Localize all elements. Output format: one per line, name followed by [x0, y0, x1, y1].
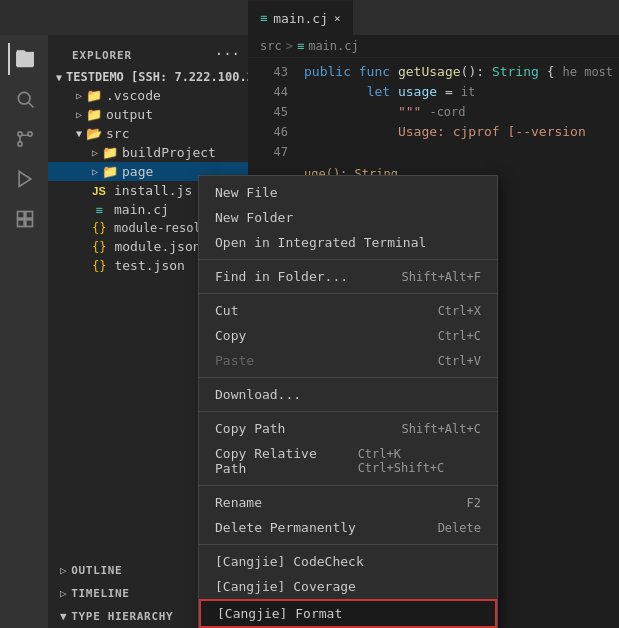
- menu-label-open-terminal: Open in Integrated Terminal: [215, 235, 426, 250]
- svg-point-5: [18, 132, 22, 136]
- menu-label-new-file: New File: [215, 185, 278, 200]
- folder-icon-page: 📁: [102, 164, 118, 179]
- outline-label: OUTLINE: [71, 564, 122, 577]
- tab-label: main.cj: [273, 11, 328, 26]
- menu-item-cangjie-format[interactable]: [Cangjie] Format: [199, 599, 497, 628]
- code-line-45: 45 """ -cord: [248, 102, 619, 122]
- menu-item-cut[interactable]: Cut Ctrl+X: [199, 298, 497, 323]
- menu-item-paste: Paste Ctrl+V: [199, 348, 497, 373]
- menu-item-rename[interactable]: Rename F2: [199, 490, 497, 515]
- js-file-icon: JS: [92, 185, 106, 197]
- menu-item-copy-path[interactable]: Copy Path Shift+Alt+C: [199, 416, 497, 441]
- activity-extensions-icon[interactable]: [8, 203, 40, 235]
- menu-item-download[interactable]: Download...: [199, 382, 497, 407]
- menu-item-find-folder[interactable]: Find in Folder... Shift+Alt+F: [199, 264, 497, 289]
- json-file-icon-3: {}: [92, 259, 106, 273]
- menu-item-copy[interactable]: Copy Ctrl+C: [199, 323, 497, 348]
- tree-item-vscode[interactable]: ▷ 📁 .vscode: [48, 86, 248, 105]
- svg-point-4: [28, 132, 32, 136]
- svg-rect-8: [26, 212, 33, 219]
- tree-label-page: page: [122, 164, 153, 179]
- context-menu: New File New Folder Open in Integrated T…: [198, 175, 498, 628]
- tree-label-output: output: [106, 107, 153, 122]
- svg-marker-6: [19, 172, 31, 187]
- menu-label-rename: Rename: [215, 495, 262, 510]
- breadcrumb-src: src: [260, 39, 282, 53]
- cj-file-icon: ≡: [92, 203, 106, 217]
- code-line-46: 46 Usage: cjprof [--version: [248, 122, 619, 142]
- svg-point-3: [18, 142, 22, 146]
- menu-separator-2: [199, 293, 497, 294]
- svg-point-1: [18, 92, 30, 104]
- breadcrumb: src > ≡ main.cj: [248, 35, 619, 58]
- menu-separator-5: [199, 485, 497, 486]
- chevron-down-icon-src: ▼: [76, 128, 82, 139]
- menu-separator-1: [199, 259, 497, 260]
- svg-line-2: [29, 103, 34, 108]
- menu-item-cangjie-coverage[interactable]: [Cangjie] Coverage: [199, 574, 497, 599]
- tree-item-buildproject[interactable]: ▷ 📁 buildProject: [48, 143, 248, 162]
- tree-label-vscode: .vscode: [106, 88, 161, 103]
- svg-rect-9: [18, 220, 25, 227]
- menu-item-new-file[interactable]: New File: [199, 180, 497, 205]
- menu-separator-6: [199, 544, 497, 545]
- breadcrumb-file-icon: ≡: [297, 39, 304, 53]
- menu-item-open-terminal[interactable]: Open in Integrated Terminal: [199, 230, 497, 255]
- folder-icon-src: 📂: [86, 126, 102, 141]
- menu-label-cut: Cut: [215, 303, 238, 318]
- folder-icon: 📁: [86, 88, 102, 103]
- activity-scm-icon[interactable]: [8, 123, 40, 155]
- menu-label-cangjie-coverage: [Cangjie] Coverage: [215, 579, 356, 594]
- menu-item-cangjie-codecheck[interactable]: [Cangjie] CodeCheck: [199, 549, 497, 574]
- menu-item-copy-relative-path[interactable]: Copy Relative Path Ctrl+K Ctrl+Shift+C: [199, 441, 497, 481]
- menu-item-delete[interactable]: Delete Permanently Delete: [199, 515, 497, 540]
- breadcrumb-file: main.cj: [308, 39, 359, 53]
- chevron-right-timeline: ▷: [60, 587, 67, 600]
- tree-label-maincj: main.cj: [114, 202, 169, 217]
- menu-label-cangjie-codecheck: [Cangjie] CodeCheck: [215, 554, 364, 569]
- json-file-icon-2: {}: [92, 240, 106, 254]
- tree-label-modulejson: module.json: [114, 239, 200, 254]
- menu-label-cangjie-format: [Cangjie] Format: [217, 606, 342, 621]
- folder-icon-2: 📁: [86, 107, 102, 122]
- chevron-right-icon: ▷: [76, 90, 82, 101]
- activity-files-icon[interactable]: [8, 43, 40, 75]
- sidebar-more-icon[interactable]: ···: [215, 46, 240, 62]
- tab-close-icon[interactable]: ×: [334, 12, 341, 25]
- tree-label-testjson: test.json: [114, 258, 184, 273]
- tree-label-installjs: install.js: [114, 183, 192, 198]
- svg-rect-10: [26, 220, 33, 227]
- breadcrumb-sep: >: [286, 39, 293, 53]
- json-file-icon: {}: [92, 221, 106, 235]
- tree-item-testdemo[interactable]: ▼ TESTDEMO [SSH: 7.222.100.252]: [48, 68, 248, 86]
- tree-item-src[interactable]: ▼ 📂 src: [48, 124, 248, 143]
- svg-rect-7: [18, 212, 25, 219]
- tab-bar: ≡ main.cj ×: [0, 0, 619, 35]
- activity-debug-icon[interactable]: [8, 163, 40, 195]
- code-line-47: 47: [248, 142, 619, 162]
- menu-label-download: Download...: [215, 387, 301, 402]
- main-tab[interactable]: ≡ main.cj ×: [248, 0, 353, 35]
- menu-separator-4: [199, 411, 497, 412]
- folder-icon-bp: 📁: [102, 145, 118, 160]
- sidebar-header: EXPLORER: [60, 41, 144, 66]
- chevron-down-hierarchy: ▼: [60, 610, 67, 623]
- menu-item-new-folder[interactable]: New Folder: [199, 205, 497, 230]
- chevron-right-icon-page: ▷: [92, 166, 98, 177]
- type-hierarchy-label: TYPE HIERARCHY: [71, 610, 173, 623]
- tree-label-src: src: [106, 126, 129, 141]
- timeline-label: TIMELINE: [71, 587, 129, 600]
- chevron-right-outline: ▷: [60, 564, 67, 577]
- menu-separator-3: [199, 377, 497, 378]
- activity-search-icon[interactable]: [8, 83, 40, 115]
- menu-label-copy-relative-path: Copy Relative Path: [215, 446, 342, 476]
- tree-label-testdemo: TESTDEMO [SSH: 7.222.100.252]: [66, 70, 248, 84]
- tree-item-output[interactable]: ▷ 📁 output: [48, 105, 248, 124]
- menu-label-find-folder: Find in Folder...: [215, 269, 348, 284]
- chevron-down-icon: ▼: [56, 72, 62, 83]
- tab-file-icon: ≡: [260, 11, 267, 25]
- menu-label-new-folder: New Folder: [215, 210, 293, 225]
- chevron-right-icon-bp: ▷: [92, 147, 98, 158]
- code-line-44: 44 let usage = it: [248, 82, 619, 102]
- chevron-right-icon-2: ▷: [76, 109, 82, 120]
